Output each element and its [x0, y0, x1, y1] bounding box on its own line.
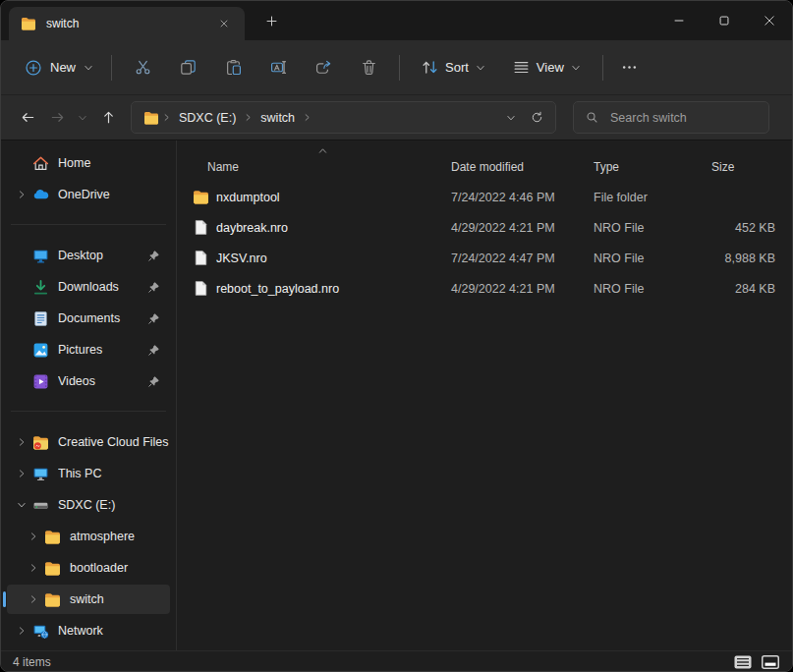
address-bar[interactable]: SDXC (E:) switch: [131, 101, 556, 134]
column-header-type[interactable]: Type: [594, 160, 711, 174]
sidebar-item-onedrive[interactable]: OneDrive: [7, 180, 170, 209]
rename-button[interactable]: [256, 50, 300, 85]
sidebar-item-sdxc-e[interactable]: SDXC (E:): [7, 490, 170, 520]
view-button[interactable]: View: [503, 50, 591, 85]
chevron-down-icon[interactable]: [11, 500, 32, 510]
sidebar-item-documents[interactable]: Documents: [7, 304, 170, 333]
breadcrumb-folder[interactable]: switch: [255, 109, 300, 127]
chevron-down-icon: [476, 63, 485, 73]
chevron-right-icon[interactable]: [11, 190, 32, 199]
window-controls: [656, 1, 792, 40]
file-rows: nxdumptool7/24/2022 4:46 PMFile folderda…: [177, 182, 792, 304]
refresh-icon: [531, 111, 543, 124]
chevron-right-icon[interactable]: [11, 626, 32, 636]
sidebar-item-pictures[interactable]: Pictures: [7, 335, 170, 364]
sidebar-item-videos[interactable]: Videos: [7, 366, 170, 396]
breadcrumb-chevron-icon[interactable]: [303, 113, 312, 122]
table-row[interactable]: reboot_to_payload.nro4/29/2022 4:21 PMNR…: [177, 273, 788, 304]
breadcrumb-chevron-icon: [162, 113, 171, 122]
sidebar-item-label: bootloader: [70, 561, 170, 575]
chevron-spacer: [11, 158, 32, 168]
minimize-button[interactable]: [656, 1, 702, 40]
table-row[interactable]: daybreak.nro4/29/2022 4:21 PMNRO File452…: [177, 212, 788, 243]
details-view-button[interactable]: [731, 653, 755, 671]
tab-title: switch: [46, 17, 203, 30]
new-button[interactable]: New: [15, 50, 103, 85]
sidebar-item-label: This PC: [58, 467, 170, 480]
delete-button[interactable]: [347, 50, 390, 85]
chevron-right-icon[interactable]: [23, 532, 44, 541]
sort-button[interactable]: Sort: [412, 50, 495, 85]
sidebar-item-creative-cloud-files[interactable]: Creative Cloud Files: [7, 427, 170, 457]
paste-button[interactable]: [211, 50, 255, 85]
refresh-button[interactable]: [524, 105, 549, 131]
onedrive-icon: [32, 187, 49, 203]
sidebar-item-home[interactable]: Home: [7, 148, 170, 178]
new-button-label: New: [50, 60, 76, 75]
back-button[interactable]: [13, 103, 42, 133]
file-name: daybreak.nro: [216, 221, 451, 235]
file-type: NRO File: [594, 252, 711, 265]
file-name: JKSV.nro: [216, 252, 451, 265]
column-header-name[interactable]: Name: [193, 160, 451, 174]
new-tab-button[interactable]: [258, 8, 284, 33]
forward-button[interactable]: [42, 103, 72, 133]
thumbnail-view-button[interactable]: [759, 653, 782, 671]
file-date-modified: 7/24/2022 4:47 PM: [451, 252, 594, 265]
see-more-button[interactable]: [612, 50, 648, 85]
column-header-date-modified[interactable]: Date modified: [451, 160, 594, 174]
table-row[interactable]: nxdumptool7/24/2022 4:46 PMFile folder: [177, 182, 788, 212]
column-header-size[interactable]: Size: [711, 160, 775, 174]
search-input[interactable]: [608, 110, 761, 126]
see-more-icon: [621, 59, 638, 76]
breadcrumb-chevron-icon[interactable]: [244, 113, 253, 122]
table-row[interactable]: JKSV.nro7/24/2022 4:47 PMNRO File8,988 K…: [177, 243, 788, 273]
toolbar-divider: [111, 55, 112, 81]
folder-icon: [44, 591, 61, 608]
sidebar-item-label: Home: [58, 156, 170, 170]
chevron-spacer: [11, 313, 32, 323]
sidebar-item-bootloader[interactable]: bootloader: [7, 553, 170, 583]
sidebar-item-desktop[interactable]: Desktop: [7, 241, 170, 270]
folder-icon: [193, 189, 209, 205]
sidebar-item-label: Documents: [58, 311, 147, 325]
chevron-spacer: [11, 345, 32, 355]
file-name: reboot_to_payload.nro: [216, 282, 451, 296]
maximize-button[interactable]: [702, 1, 747, 40]
chevron-down-icon: [506, 113, 516, 123]
sidebar-item-this-pc[interactable]: This PC: [7, 459, 170, 488]
file-date-modified: 7/24/2022 4:46 PM: [451, 191, 594, 204]
close-window-button[interactable]: [747, 1, 792, 40]
sidebar-item-label: SDXC (E:): [58, 498, 170, 512]
sidebar-item-label: Network: [58, 624, 170, 638]
rename-icon: [270, 59, 287, 76]
sidebar-item-label: Videos: [58, 374, 147, 388]
sidebar-item-label: Pictures: [58, 343, 147, 357]
address-dropdown-button[interactable]: [498, 105, 524, 131]
share-button[interactable]: [302, 50, 345, 85]
file-explorer-window: switch New Sort View: [0, 0, 793, 672]
tab-close-button[interactable]: [213, 13, 235, 34]
tab-switch[interactable]: switch: [9, 7, 245, 40]
up-button[interactable]: [93, 103, 123, 133]
cut-button[interactable]: [121, 50, 164, 85]
sidebar-item-switch[interactable]: switch: [7, 585, 170, 614]
share-icon: [315, 59, 332, 76]
close-icon: [763, 14, 776, 28]
folder-icon: [44, 529, 61, 545]
home-icon: [32, 155, 49, 172]
chevron-right-icon[interactable]: [11, 437, 32, 447]
sidebar-item-atmosphere[interactable]: atmosphere: [7, 522, 170, 551]
recent-locations-button[interactable]: [72, 103, 93, 133]
chevron-down-icon: [84, 63, 93, 73]
sort-ascending-icon: [317, 145, 328, 156]
chevron-right-icon[interactable]: [11, 469, 32, 478]
copy-button[interactable]: [166, 50, 209, 85]
sidebar-item-network[interactable]: Network: [7, 616, 170, 645]
documents-icon: [32, 310, 49, 327]
sidebar-item-label: OneDrive: [58, 188, 170, 201]
breadcrumb-drive[interactable]: SDXC (E:): [174, 109, 241, 127]
chevron-right-icon[interactable]: [23, 594, 44, 604]
chevron-right-icon[interactable]: [23, 563, 44, 573]
sidebar-item-downloads[interactable]: Downloads: [7, 272, 170, 302]
